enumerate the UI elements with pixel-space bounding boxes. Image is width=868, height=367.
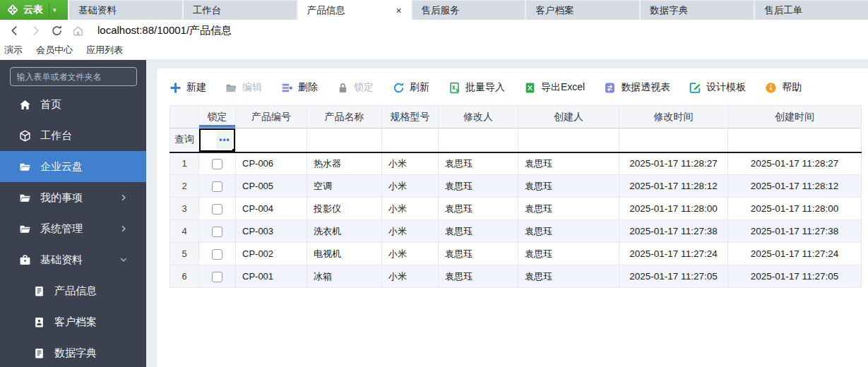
cell-product-name[interactable]: 电视机 (307, 243, 382, 265)
lock-checkbox-cell[interactable] (199, 198, 236, 220)
lock-checkbox-cell[interactable] (199, 152, 236, 175)
cell-spec-model[interactable]: 小米 (382, 198, 439, 220)
nav-home-icon[interactable] (72, 25, 84, 37)
filter-cell[interactable] (382, 128, 439, 152)
toolbar-button[interactable]: 帮助 (765, 81, 802, 94)
sidebar-item[interactable]: 我的事项 (0, 182, 146, 213)
nav-refresh-icon[interactable] (51, 25, 63, 37)
column-header[interactable]: 创建时间 (728, 106, 862, 128)
chevron-right-icon[interactable] (119, 224, 128, 233)
chevron-right-icon[interactable] (119, 193, 128, 202)
browser-tab[interactable]: 数据字典 (641, 0, 754, 20)
cell-product-name[interactable]: 热水器 (307, 152, 382, 175)
row-number-cell[interactable]: 1 (170, 152, 199, 175)
cell-created-time[interactable]: 2025-01-17 11:27:05 (728, 265, 862, 288)
cell-modified-time[interactable]: 2025-01-17 11:28:27 (619, 152, 728, 175)
cell-creator[interactable]: 袁思珏 (518, 175, 619, 198)
toolbar-button[interactable]: 刷新 (393, 81, 429, 94)
lock-checkbox-cell[interactable] (199, 265, 236, 288)
cell-modified-time[interactable]: 2025-01-17 11:28:12 (619, 175, 728, 198)
selected-filter-cell[interactable]: ••• (199, 128, 236, 152)
toolbar-button[interactable]: 导出Excel (524, 81, 585, 94)
cell-modifier[interactable]: 袁思珏 (439, 152, 518, 175)
row-checkbox[interactable] (212, 272, 222, 282)
browser-tab[interactable]: 售后工单 (755, 0, 868, 20)
cell-creator[interactable]: 袁思珏 (518, 220, 619, 243)
row-number-cell[interactable]: 2 (170, 175, 199, 198)
row-checkbox[interactable] (212, 249, 222, 260)
filter-cell[interactable] (518, 128, 619, 152)
cell-spec-model[interactable]: 小米 (382, 265, 439, 288)
cell-modifier[interactable]: 袁思珏 (439, 175, 518, 198)
toolbar-button[interactable]: 批量导入 (448, 81, 505, 94)
cell-modified-time[interactable]: 2025-01-17 11:27:38 (619, 220, 728, 243)
sidebar-item[interactable]: 产品信息 (0, 275, 146, 306)
sidebar-item[interactable]: 数据字典 (0, 337, 146, 367)
lock-checkbox-cell[interactable] (199, 220, 236, 243)
row-checkbox[interactable] (212, 159, 222, 169)
tab-close-icon[interactable]: × (393, 4, 403, 17)
cell-creator[interactable]: 袁思珏 (518, 265, 619, 288)
table-row[interactable]: 1 CP-006 热水器 小米 袁思珏 袁思珏 2025-01-17 11:28… (170, 152, 862, 175)
row-number-cell[interactable]: 5 (170, 243, 199, 265)
table-row[interactable]: 3 CP-004 投影仪 小米 袁思珏 袁思珏 2025-01-17 11:28… (170, 198, 862, 220)
cell-modifier[interactable]: 袁思珏 (439, 198, 518, 220)
cell-spec-model[interactable]: 小米 (382, 175, 439, 198)
sidebar-search-input[interactable] (10, 67, 137, 86)
toolbar-button[interactable]: 编辑 (225, 81, 262, 94)
table-row[interactable]: 5 CP-002 电视机 小米 袁思珏 袁思珏 2025-01-17 11:27… (170, 243, 862, 265)
column-header[interactable]: 产品编号 (236, 106, 307, 128)
cell-product-code[interactable]: CP-001 (236, 265, 307, 288)
filter-options-button[interactable]: ••• (216, 131, 233, 150)
cell-product-name[interactable]: 洗衣机 (307, 220, 382, 243)
toolbar-button[interactable]: 设计模板 (689, 81, 746, 94)
cell-created-time[interactable]: 2025-01-17 11:28:27 (728, 152, 862, 175)
sidebar-item[interactable]: 首页 (0, 89, 146, 120)
table-row[interactable]: 2 CP-005 空调 小米 袁思珏 袁思珏 2025-01-17 11:28:… (170, 175, 862, 198)
row-checkbox[interactable] (212, 227, 222, 237)
cell-creator[interactable]: 袁思珏 (518, 243, 619, 265)
toolbar-button[interactable]: 删除 (281, 81, 318, 94)
nav-forward-icon[interactable] (30, 25, 42, 37)
cell-modified-time[interactable]: 2025-01-17 11:28:00 (619, 198, 728, 220)
address-url[interactable]: localhost:88/10001/产品信息 (97, 24, 232, 37)
column-header[interactable]: 规格型号 (382, 106, 439, 128)
cell-created-time[interactable]: 2025-01-17 11:28:00 (728, 198, 862, 220)
cell-product-name[interactable]: 投影仪 (307, 198, 382, 220)
cell-spec-model[interactable]: 小米 (382, 243, 439, 265)
lock-checkbox-cell[interactable] (199, 175, 236, 198)
selection-fill-handle[interactable] (232, 149, 236, 152)
cell-product-code[interactable]: CP-004 (236, 198, 307, 220)
row-number-cell[interactable]: 6 (170, 265, 199, 288)
row-number-cell[interactable]: 3 (170, 198, 199, 220)
cell-modifier[interactable]: 袁思珏 (439, 265, 518, 288)
row-checkbox[interactable] (212, 204, 222, 215)
menu-item[interactable]: 演示 (4, 44, 23, 56)
filter-cell[interactable] (619, 128, 728, 152)
lock-checkbox-cell[interactable] (199, 243, 236, 265)
cell-created-time[interactable]: 2025-01-17 11:27:24 (728, 243, 862, 265)
row-number-header[interactable] (170, 106, 199, 128)
browser-tab[interactable]: 工作台 (184, 0, 297, 20)
sidebar-item[interactable]: 工作台 (0, 120, 146, 151)
filter-cell[interactable] (728, 128, 862, 152)
filter-cell[interactable] (236, 128, 307, 152)
cell-created-time[interactable]: 2025-01-17 11:28:12 (728, 175, 862, 198)
cell-spec-model[interactable]: 小米 (382, 220, 439, 243)
menu-item[interactable]: 会员中心 (36, 44, 73, 56)
chevron-down-icon[interactable] (119, 255, 128, 264)
browser-tab[interactable]: 产品信息 × (298, 0, 411, 20)
toolbar-button[interactable]: 数据透视表 (604, 81, 670, 94)
filter-cell[interactable] (307, 128, 382, 152)
logo-dropdown-caret-icon[interactable]: ▾ (53, 0, 57, 20)
cell-product-code[interactable]: CP-003 (236, 220, 307, 243)
toolbar-button[interactable]: 锁定 (337, 81, 374, 94)
cell-product-code[interactable]: CP-002 (236, 243, 307, 265)
nav-back-icon[interactable] (8, 25, 20, 37)
menu-item[interactable]: 应用列表 (86, 44, 123, 56)
cell-product-code[interactable]: CP-006 (236, 152, 307, 175)
cell-modified-time[interactable]: 2025-01-17 11:27:24 (619, 243, 728, 265)
cell-modified-time[interactable]: 2025-01-17 11:27:05 (619, 265, 728, 288)
cell-product-name[interactable]: 冰箱 (307, 265, 382, 288)
cell-creator[interactable]: 袁思珏 (518, 152, 619, 175)
